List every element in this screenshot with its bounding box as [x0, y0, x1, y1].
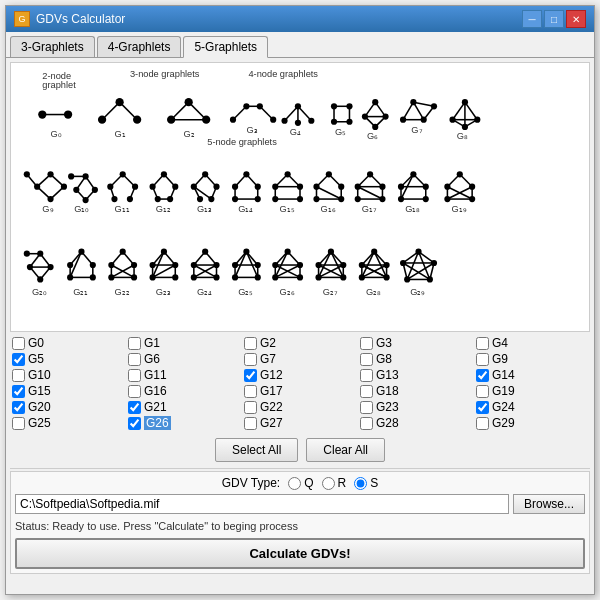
- bottom-section: GDV Type: Q R S C:\Softpedia\Softpedia.m…: [10, 471, 590, 574]
- checkbox-g27: G27: [244, 416, 356, 430]
- title-bar-left: G GDVs Calculator: [14, 11, 125, 27]
- close-button[interactable]: ✕: [566, 10, 586, 28]
- cb-g24[interactable]: [476, 401, 489, 414]
- tab-5-graphlets[interactable]: 5-Graphlets: [183, 36, 268, 58]
- main-window: G GDVs Calculator ─ □ ✕ 3-Graphlets 4-Gr…: [5, 5, 595, 595]
- cb-g25[interactable]: [12, 417, 25, 430]
- svg-text:G₂₈: G₂₈: [366, 287, 381, 297]
- calculate-button[interactable]: Calculate GDVs!: [15, 538, 585, 569]
- svg-text:G₁₇: G₁₇: [362, 204, 377, 214]
- window-title: GDVs Calculator: [36, 12, 125, 26]
- cb-g6[interactable]: [128, 353, 141, 366]
- checkbox-g28: G28: [360, 416, 472, 430]
- cb-g8[interactable]: [360, 353, 373, 366]
- svg-text:G₁₉: G₁₉: [452, 204, 467, 214]
- separator: [10, 468, 590, 469]
- radio-s[interactable]: [354, 477, 367, 490]
- checkbox-g22: G22: [244, 400, 356, 414]
- cb-g0[interactable]: [12, 337, 25, 350]
- cb-g4[interactable]: [476, 337, 489, 350]
- label-g18: G18: [376, 384, 399, 398]
- radio-q[interactable]: [288, 477, 301, 490]
- cb-g20[interactable]: [12, 401, 25, 414]
- tab-3-graphlets[interactable]: 3-Graphlets: [10, 36, 95, 57]
- svg-text:G₉: G₉: [42, 204, 53, 214]
- browse-button[interactable]: Browse...: [513, 494, 585, 514]
- cb-g19[interactable]: [476, 385, 489, 398]
- radio-r[interactable]: [322, 477, 335, 490]
- radio-s-label: S: [354, 476, 378, 490]
- maximize-button[interactable]: □: [544, 10, 564, 28]
- file-path-input[interactable]: C:\Softpedia\Softpedia.mif: [15, 494, 509, 514]
- label-g22: G22: [260, 400, 283, 414]
- label-g23: G23: [376, 400, 399, 414]
- cb-g26[interactable]: [128, 417, 141, 430]
- cb-g5[interactable]: [12, 353, 25, 366]
- cb-g2[interactable]: [244, 337, 257, 350]
- cb-g18[interactable]: [360, 385, 373, 398]
- checkbox-g11: G11: [128, 368, 240, 382]
- svg-text:G₇: G₇: [411, 125, 422, 135]
- title-controls: ─ □ ✕: [522, 10, 586, 28]
- radio-s-text: S: [370, 476, 378, 490]
- label-g7: G7: [260, 352, 276, 366]
- svg-text:G₂₇: G₂₇: [323, 287, 338, 297]
- checkbox-g5: G5: [12, 352, 124, 366]
- cb-g13[interactable]: [360, 369, 373, 382]
- svg-text:5-node graphlets: 5-node graphlets: [207, 137, 277, 147]
- cb-g1[interactable]: [128, 337, 141, 350]
- cb-g3[interactable]: [360, 337, 373, 350]
- svg-text:G₁: G₁: [114, 129, 125, 139]
- svg-text:G₁₁: G₁₁: [114, 204, 129, 214]
- status-bar: Status: Ready to use. Press "Calculate" …: [15, 518, 585, 534]
- cb-g27[interactable]: [244, 417, 257, 430]
- cb-g29[interactable]: [476, 417, 489, 430]
- cb-g28[interactable]: [360, 417, 373, 430]
- svg-text:G₈: G₈: [457, 131, 468, 141]
- label-g8: G8: [376, 352, 392, 366]
- label-g21: G21: [144, 400, 167, 414]
- svg-text:G₂₃: G₂₃: [156, 287, 171, 297]
- cb-g9[interactable]: [476, 353, 489, 366]
- label-g11: G11: [144, 368, 167, 382]
- radio-q-label: Q: [288, 476, 313, 490]
- cb-g14[interactable]: [476, 369, 489, 382]
- cb-g11[interactable]: [128, 369, 141, 382]
- checkbox-g13: G13: [360, 368, 472, 382]
- tab-4-graphlets[interactable]: 4-Graphlets: [97, 36, 182, 57]
- cb-g22[interactable]: [244, 401, 257, 414]
- svg-text:G₁₅: G₁₅: [279, 204, 294, 214]
- cb-g15[interactable]: [12, 385, 25, 398]
- clear-all-button[interactable]: Clear All: [306, 438, 385, 462]
- select-all-button[interactable]: Select All: [215, 438, 298, 462]
- svg-text:G₅: G₅: [335, 127, 346, 137]
- cb-g23[interactable]: [360, 401, 373, 414]
- cb-g10[interactable]: [12, 369, 25, 382]
- svg-text:G₁₆: G₁₆: [321, 204, 336, 214]
- label-g15: G15: [28, 384, 51, 398]
- label-g20: G20: [28, 400, 51, 414]
- svg-text:G₆: G₆: [367, 131, 378, 141]
- label-g9: G9: [492, 352, 508, 366]
- label-g17: G17: [260, 384, 283, 398]
- cb-g7[interactable]: [244, 353, 257, 366]
- graphlet-svg: 2-node graphlet 3-node graphlets 4-node …: [11, 63, 589, 331]
- graphlet-display: 2-node graphlet 3-node graphlets 4-node …: [10, 62, 590, 332]
- label-g26: G26: [144, 416, 171, 430]
- cb-g21[interactable]: [128, 401, 141, 414]
- cb-g12[interactable]: [244, 369, 257, 382]
- svg-text:G₂₂: G₂₂: [114, 287, 129, 297]
- cb-g16[interactable]: [128, 385, 141, 398]
- svg-text:G₁₄: G₁₄: [238, 204, 253, 214]
- checkbox-g21: G21: [128, 400, 240, 414]
- svg-text:G₂₉: G₂₉: [410, 287, 425, 297]
- app-icon: G: [14, 11, 30, 27]
- label-g10: G10: [28, 368, 51, 382]
- svg-text:G₂₄: G₂₄: [197, 287, 212, 297]
- checkbox-g6: G6: [128, 352, 240, 366]
- checkbox-g25: G25: [12, 416, 124, 430]
- checkbox-g7: G7: [244, 352, 356, 366]
- cb-g17[interactable]: [244, 385, 257, 398]
- label-g2: G2: [260, 336, 276, 350]
- minimize-button[interactable]: ─: [522, 10, 542, 28]
